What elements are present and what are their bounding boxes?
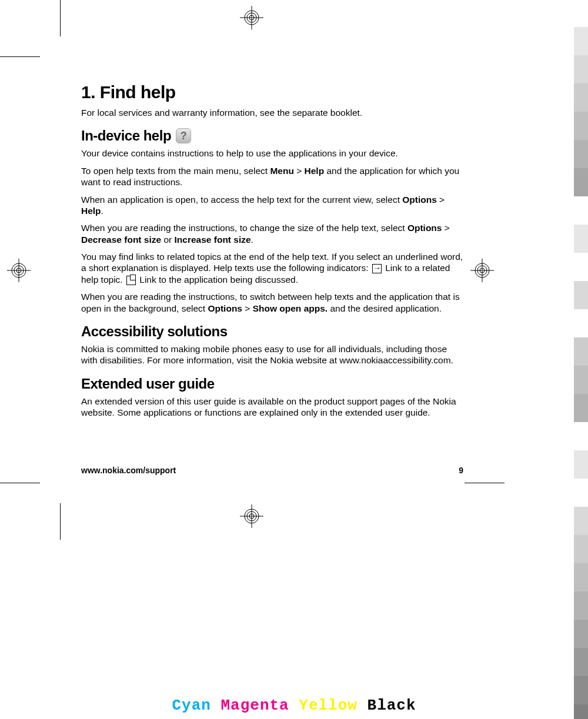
registration-mark-icon [7,259,31,282]
page-number: 9 [459,466,463,475]
black-label: Black [368,697,416,714]
yellow-label: Yellow [299,697,358,714]
chapter-heading: 1. Find help [81,82,463,102]
app-link-icon [126,276,136,285]
body-text: Your device contains instructions to hel… [81,148,463,159]
body-text: Nokia is committed to making mobile phon… [81,343,463,366]
section-heading-extended-guide: Extended user guide [81,376,463,392]
footer-url: www.nokia.com/support [81,466,176,475]
link-arrow-icon [372,264,382,273]
body-text: When an application is open, to access t… [81,194,463,217]
section-heading-accessibility: Accessibility solutions [81,323,463,340]
crop-mark [0,483,40,483]
body-text: To open help texts from the main menu, s… [81,165,463,188]
content-area: 1. Find help For local services and warr… [81,82,463,424]
cyan-label: Cyan [172,697,211,714]
registration-mark-icon [240,6,263,29]
crop-mark [465,483,505,483]
registration-mark-icon [240,504,263,528]
intro-text: For local services and warranty informat… [81,107,463,118]
section-title-text: In-device help [81,128,171,144]
body-text: When you are reading the instructions, t… [81,291,463,314]
magenta-label: Magenta [220,697,289,714]
section-heading-in-device-help: In-device help ? [81,128,463,144]
cmyk-labels: Cyan Magenta Yellow Black [0,697,588,714]
color-bars [574,27,588,719]
body-text: An extended version of this user guide i… [81,396,463,419]
crop-mark [0,56,40,57]
body-text: You may find links to related topics at … [81,251,463,285]
crop-mark [60,503,61,540]
registration-mark-icon [470,259,494,282]
page-container: 1. Find help For local services and warr… [0,0,588,719]
body-text: When you are reading the instructions, t… [81,222,463,245]
page-footer: www.nokia.com/support 9 [81,466,463,475]
crop-mark [60,0,61,36]
help-icon: ? [176,128,191,143]
